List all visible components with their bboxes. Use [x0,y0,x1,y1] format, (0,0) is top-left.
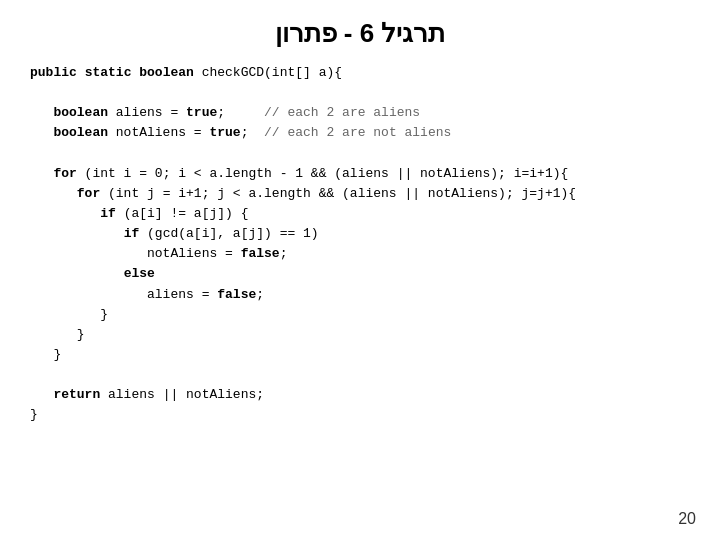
code-area: public static boolean checkGCD(int[] a){… [0,63,720,426]
code-line-blank-3 [30,365,690,385]
code-line-17: return aliens || notAliens; [30,385,690,405]
keyword-if-2: if [124,226,140,241]
keyword-false-1: false [241,246,280,261]
code-line-blank-1 [30,83,690,103]
code-line-4: boolean notAliens = true; // each 2 are … [30,123,690,143]
code-line-13: } [30,305,690,325]
keyword-static: static [85,65,132,80]
code-line-7: for (int j = i+1; j < a.length && (alien… [30,184,690,204]
keyword-if-1: if [100,206,116,221]
keyword-boolean: boolean [139,65,194,80]
code-line-14: } [30,325,690,345]
keyword-public: public [30,65,77,80]
comment-1: // each 2 are aliens [264,105,420,120]
keyword-return: return [53,387,100,402]
keyword-boolean-2: boolean [53,105,108,120]
keyword-false-2: false [217,287,256,302]
code-line-18: } [30,405,690,425]
code-line-3: boolean aliens = true; // each 2 are ali… [30,103,690,123]
code-line-6: for (int i = 0; i < a.length - 1 && (ali… [30,164,690,184]
code-line-blank-2 [30,144,690,164]
code-line-8: if (a[i] != a[j]) { [30,204,690,224]
code-line-1: public static boolean checkGCD(int[] a){ [30,63,690,83]
code-line-10: notAliens = false; [30,244,690,264]
page-number: 20 [678,510,696,528]
keyword-for-2: for [77,186,100,201]
comment-2: // each 2 are not aliens [264,125,451,140]
keyword-else: else [124,266,155,281]
keyword-true-1: true [186,105,217,120]
keyword-true-2: true [209,125,240,140]
code-line-9: if (gcd(a[i], a[j]) == 1) [30,224,690,244]
code-line-12: aliens = false; [30,285,690,305]
page-title: תרגיל 6 - פתרון [0,0,720,63]
page-container: תרגיל 6 - פתרון public static boolean ch… [0,0,720,540]
code-line-11: else [30,264,690,284]
keyword-boolean-3: boolean [53,125,108,140]
keyword-for-1: for [53,166,76,181]
code-line-15: } [30,345,690,365]
